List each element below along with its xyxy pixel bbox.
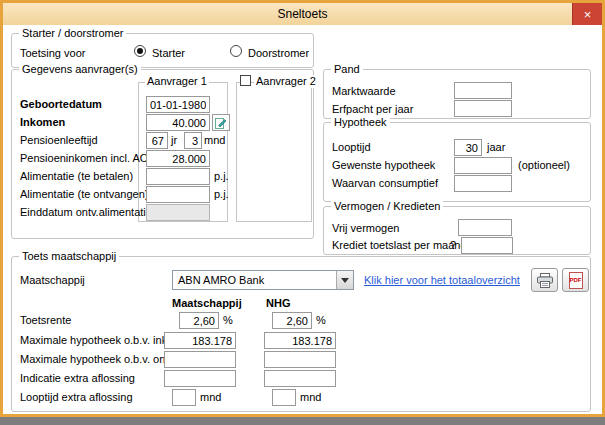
group-vermogen-title: Vermogen / Kredieten bbox=[331, 200, 443, 213]
toetsrente-maatschappij-percent-label: % bbox=[223, 314, 233, 327]
titlebar: Sneltoets × bbox=[3, 3, 602, 25]
printer-icon bbox=[537, 273, 553, 288]
group-gegevens-aanvragers: Gegevens aanvrager(s) Aanvrager 1 Aanvra… bbox=[11, 69, 314, 239]
inkomen-input[interactable] bbox=[146, 114, 210, 131]
group-hypotheek: Hypotheek Looptijd jaar Gewenste hypothe… bbox=[323, 122, 591, 202]
aanvrager1-label: Aanvrager 1 bbox=[145, 75, 209, 88]
max-hypotheek-inkomen-nhg-input[interactable] bbox=[264, 332, 336, 349]
mnd-label: mnd bbox=[204, 134, 225, 147]
group-pand: Pand Marktwaarde Erfpacht per jaar bbox=[323, 69, 591, 119]
column-header-maatschappij: Maatschappij bbox=[172, 297, 242, 310]
aanvrager2-checkbox[interactable] bbox=[240, 75, 251, 86]
aanvrager2-box bbox=[236, 82, 312, 222]
max-hypotheek-onderpand-maatschappij-input[interactable] bbox=[164, 351, 236, 368]
looptijd-extra-aflossing-maatschappij-input[interactable] bbox=[172, 389, 196, 406]
doorstromer-radio[interactable] bbox=[230, 45, 242, 57]
erfpacht-input[interactable] bbox=[454, 100, 512, 117]
pj-betalen-label: p.j. bbox=[214, 170, 229, 183]
pj-ontvangen-label: p.j. bbox=[214, 188, 229, 201]
pensioeninkomen-label: Pensioeninkomen incl. AOW bbox=[20, 152, 159, 165]
looptijd-extra-aflossing-nhg-input[interactable] bbox=[272, 389, 296, 406]
pdf-icon: PDF bbox=[569, 272, 583, 289]
toetsrente-label: Toetsrente bbox=[20, 314, 71, 327]
krediet-question-label: ? bbox=[450, 239, 456, 252]
doorstromer-radio-label: Doorstromer bbox=[248, 47, 309, 60]
alimentatie-betalen-label: Alimentatie (te betalen) bbox=[20, 170, 133, 183]
pensioenleeftijd-jaar-input[interactable] bbox=[146, 132, 168, 149]
group-toets-title: Toets maatschappij bbox=[19, 250, 119, 263]
edit-icon bbox=[215, 117, 227, 129]
totaaloverzicht-link[interactable]: Klik hier voor het totaaloverzicht bbox=[364, 274, 520, 286]
starter-radio-label: Starter bbox=[152, 47, 185, 60]
geboortedatum-label: Geboortedatum bbox=[20, 98, 102, 111]
geboortedatum-input[interactable] bbox=[146, 96, 210, 113]
jr-label: jr bbox=[171, 134, 177, 147]
toetsrente-maatschappij-input[interactable] bbox=[179, 312, 219, 329]
looptijd-extra-aflossing-label: Looptijd extra aflossing bbox=[20, 391, 133, 404]
group-gegevens-title: Gegevens aanvrager(s) bbox=[19, 63, 141, 76]
pdf-icon-text: PDF bbox=[570, 277, 582, 283]
alimentatie-ontvangen-input[interactable] bbox=[146, 186, 210, 203]
looptijd-extra-mnd-nhg-label: mnd bbox=[300, 391, 321, 404]
gewenste-hypotheek-label: Gewenste hypotheek bbox=[332, 159, 435, 172]
group-vermogen-kredieten: Vermogen / Kredieten Vrij vermogen Kredi… bbox=[323, 206, 591, 255]
jaar-label: jaar bbox=[487, 141, 505, 154]
vrij-vermogen-label: Vrij vermogen bbox=[332, 222, 399, 235]
maatschappij-label: Maatschappij bbox=[20, 274, 85, 287]
looptijd-extra-mnd-maatschappij-label: mnd bbox=[200, 391, 221, 404]
starter-radio[interactable] bbox=[134, 45, 146, 57]
looptijd-label: Looptijd bbox=[332, 141, 371, 154]
group-hypotheek-title: Hypotheek bbox=[331, 116, 390, 129]
group-starter-title: Starter / doorstromer bbox=[19, 27, 126, 40]
pensioenleeftijd-label: Pensioenleeftijd bbox=[20, 134, 98, 147]
optioneel-label: (optioneel) bbox=[518, 159, 570, 172]
krediet-toetslast-input[interactable] bbox=[461, 237, 513, 254]
alimentatie-betalen-input[interactable] bbox=[146, 168, 210, 185]
gewenste-hypotheek-input[interactable] bbox=[454, 157, 512, 174]
alimentatie-ontvangen-label: Alimentatie (te ontvangen) bbox=[20, 188, 148, 201]
erfpacht-label: Erfpacht per jaar bbox=[332, 103, 413, 116]
marktwaarde-label: Marktwaarde bbox=[332, 85, 396, 98]
krediet-toetslast-label: Krediet toetslast per maand bbox=[332, 239, 467, 252]
indicatie-extra-aflossing-maatschappij-input[interactable] bbox=[164, 370, 236, 387]
waarvan-consumptief-label: Waarvan consumptief bbox=[332, 177, 438, 190]
vrij-vermogen-input[interactable] bbox=[458, 219, 512, 236]
print-button[interactable] bbox=[531, 268, 558, 292]
einddatum-input[interactable] bbox=[146, 204, 210, 221]
max-hypotheek-inkomen-maatschappij-input[interactable] bbox=[164, 332, 236, 349]
dropdown-arrow-button[interactable] bbox=[336, 271, 353, 289]
indicatie-extra-aflossing-label: Indicatie extra aflossing bbox=[20, 372, 135, 385]
window-title: Sneltoets bbox=[277, 7, 327, 21]
indicatie-extra-aflossing-nhg-input[interactable] bbox=[264, 370, 336, 387]
waarvan-consumptief-input[interactable] bbox=[454, 175, 512, 192]
close-icon: × bbox=[584, 7, 592, 22]
toetsrente-nhg-input[interactable] bbox=[272, 312, 312, 329]
pensioenleeftijd-maand-input[interactable] bbox=[184, 132, 202, 149]
group-toets-maatschappij: Toets maatschappij Maatschappij ABN AMRO… bbox=[11, 256, 591, 412]
column-header-nhg: NHG bbox=[266, 297, 290, 310]
einddatum-label: Einddatum ontv.alimentatie bbox=[20, 206, 152, 219]
max-hypotheek-onderpand-nhg-input[interactable] bbox=[264, 351, 336, 368]
toetsing-voor-label: Toetsing voor bbox=[20, 47, 85, 60]
group-pand-title: Pand bbox=[331, 63, 363, 76]
inkomen-label: Inkomen bbox=[20, 116, 65, 129]
pensioeninkomen-input[interactable] bbox=[146, 150, 210, 167]
toetsrente-nhg-percent-label: % bbox=[316, 314, 326, 327]
sneltoets-dialog: Sneltoets × Starter / doorstromer Toetsi… bbox=[0, 0, 605, 417]
inkomen-edit-button[interactable] bbox=[212, 114, 230, 131]
chevron-down-icon bbox=[341, 278, 349, 283]
close-button[interactable]: × bbox=[572, 3, 602, 25]
maatschappij-selected-value: ABN AMRO Bank bbox=[178, 274, 264, 286]
aanvrager2-label: Aanvrager 2 bbox=[254, 75, 318, 88]
maatschappij-dropdown[interactable]: ABN AMRO Bank bbox=[172, 270, 354, 290]
looptijd-input[interactable] bbox=[454, 139, 482, 156]
marktwaarde-input[interactable] bbox=[454, 82, 512, 99]
dialog-content: Starter / doorstromer Toetsing voor Star… bbox=[3, 25, 602, 414]
pdf-button[interactable]: PDF bbox=[562, 268, 589, 292]
